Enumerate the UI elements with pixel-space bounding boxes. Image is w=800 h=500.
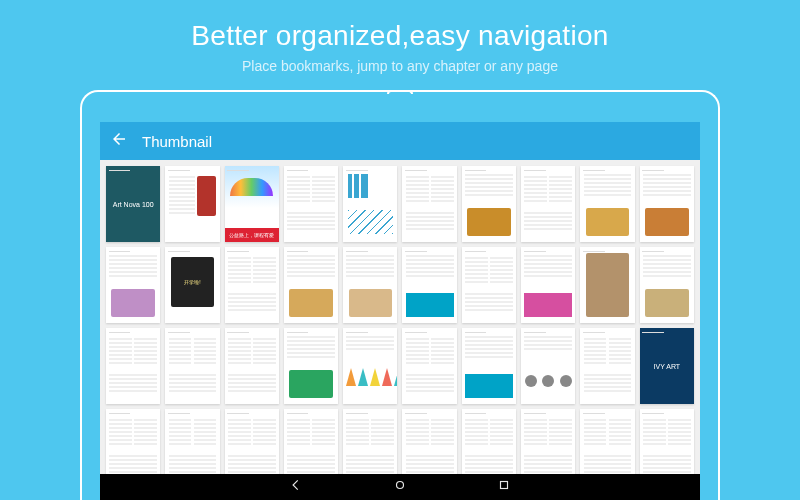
topbar-title: Thumbnail [142, 133, 212, 150]
page-thumbnail[interactable] [284, 328, 338, 404]
nav-home-button[interactable] [393, 478, 407, 496]
back-button[interactable] [110, 130, 128, 152]
page-thumbnail[interactable]: Art Nova 100 [106, 166, 160, 242]
page-thumbnail[interactable] [402, 328, 456, 404]
arrow-left-icon [110, 130, 128, 148]
page-thumbnail[interactable] [284, 166, 338, 242]
tablet-camera [387, 90, 413, 94]
page-thumbnail[interactable] [462, 328, 516, 404]
page-thumbnail[interactable] [521, 409, 575, 474]
page-thumbnail[interactable] [284, 409, 338, 474]
thumbnail-grid[interactable]: Art Nova 100公益路上，课程有爱开学啦!IVY ART [100, 160, 700, 474]
page-thumbnail[interactable] [106, 247, 160, 323]
page-thumbnail[interactable] [580, 166, 634, 242]
page-thumbnail[interactable]: 公益路上，课程有爱 [225, 166, 279, 242]
page-thumbnail[interactable] [521, 166, 575, 242]
page-thumbnail[interactable] [521, 328, 575, 404]
page-thumbnail[interactable] [165, 328, 219, 404]
svg-rect-1 [501, 482, 508, 489]
page-thumbnail[interactable] [640, 247, 694, 323]
page-thumbnail[interactable] [580, 328, 634, 404]
hero-subhead: Place bookmarks, jump to any chapter or … [0, 58, 800, 74]
page-thumbnail[interactable] [343, 409, 397, 474]
tablet-frame: Thumbnail Art Nova 100公益路上，课程有爱开学啦!IVY A… [80, 90, 720, 500]
nav-home-icon [393, 478, 407, 492]
page-thumbnail[interactable] [640, 409, 694, 474]
page-thumbnail[interactable] [402, 409, 456, 474]
page-thumbnail[interactable] [343, 166, 397, 242]
svg-point-0 [397, 482, 404, 489]
nav-back-button[interactable] [289, 478, 303, 496]
app-topbar: Thumbnail [100, 122, 700, 160]
page-thumbnail[interactable] [640, 166, 694, 242]
page-thumbnail[interactable] [580, 247, 634, 323]
page-thumbnail[interactable] [343, 328, 397, 404]
page-thumbnail[interactable] [580, 409, 634, 474]
page-thumbnail[interactable] [402, 166, 456, 242]
nav-back-icon [289, 478, 303, 492]
page-thumbnail[interactable] [225, 328, 279, 404]
page-thumbnail[interactable] [165, 166, 219, 242]
hero-headline: Better organized,easy navigation [0, 0, 800, 52]
nav-recents-icon [497, 478, 511, 492]
page-thumbnail[interactable] [462, 409, 516, 474]
page-thumbnail[interactable]: IVY ART [640, 328, 694, 404]
device-screen: Thumbnail Art Nova 100公益路上，课程有爱开学啦!IVY A… [100, 122, 700, 500]
android-navbar [100, 474, 700, 500]
page-thumbnail[interactable] [462, 247, 516, 323]
page-thumbnail[interactable] [402, 247, 456, 323]
page-thumbnail[interactable] [521, 247, 575, 323]
page-thumbnail[interactable] [225, 247, 279, 323]
page-thumbnail[interactable] [165, 409, 219, 474]
page-thumbnail[interactable] [284, 247, 338, 323]
nav-recents-button[interactable] [497, 478, 511, 496]
page-thumbnail[interactable]: 开学啦! [165, 247, 219, 323]
page-thumbnail[interactable] [462, 166, 516, 242]
page-thumbnail[interactable] [225, 409, 279, 474]
page-thumbnail[interactable] [106, 328, 160, 404]
page-thumbnail[interactable] [343, 247, 397, 323]
page-thumbnail[interactable] [106, 409, 160, 474]
